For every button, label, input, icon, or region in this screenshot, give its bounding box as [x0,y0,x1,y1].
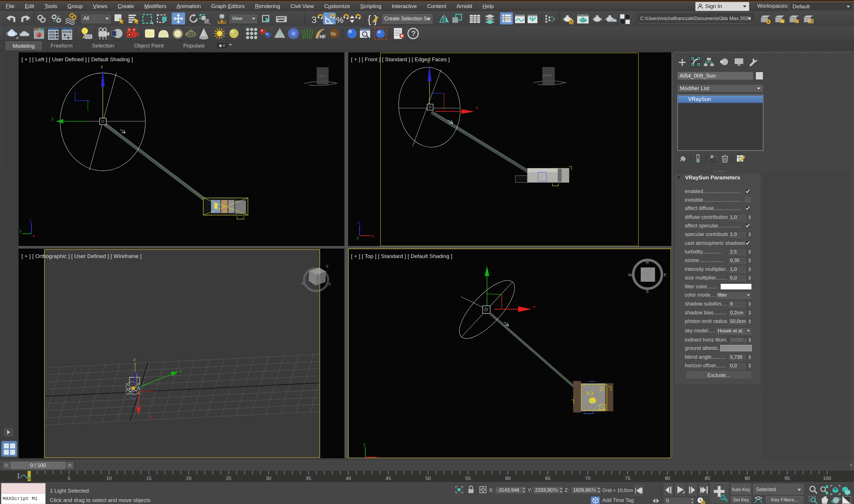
svg-text:60: 60 [505,476,511,481]
svg-text:20: 20 [186,476,192,481]
svg-text:W: W [628,272,632,277]
svg-text:[ + ] [ Top ] [ Standard ] [ D: [ + ] [ Top ] [ Standard ] [ Default Sha… [351,253,452,259]
svg-text:z: z [134,357,136,362]
svg-text:95: 95 [784,476,790,481]
svg-text:HF: HF [319,34,326,39]
svg-text:15: 15 [146,476,152,481]
svg-text:N: N [646,260,649,265]
svg-text:S: S [301,282,304,286]
svg-text:0x: 0x [331,32,336,36]
svg-text:10: 10 [106,476,112,481]
svg-text:z: z [358,220,360,224]
svg-text:z: z [362,457,364,460]
svg-text:[ + ] [ Left ] [ User Defined: [ + ] [ Left ] [ User Defined ] [ Defaul… [21,56,133,62]
svg-text:y: y [52,116,54,121]
svg-text:25: 25 [226,476,231,481]
svg-text:x: x [533,304,535,309]
svg-text:?: ? [411,29,416,38]
svg-text:75: 75 [625,476,630,481]
svg-text:90: 90 [745,476,750,481]
svg-text:100: 100 [823,476,831,481]
svg-text:y: y [180,368,182,373]
svg-text:40: 40 [346,476,351,481]
svg-text:z: z [428,59,430,64]
svg-text:z: z [101,64,103,69]
svg-text:y: y [19,229,21,233]
svg-text:65: 65 [545,476,551,481]
svg-text:E: E [664,272,666,277]
svg-text:x: x [33,234,35,238]
svg-text:5: 5 [68,476,70,481]
svg-text:[ + ] [ Orthographic ] [ User: [ + ] [ Orthographic ] [ User Defined ] … [21,253,142,259]
svg-text:LEFT: LEFT [318,74,326,78]
svg-text:y: y [363,442,365,447]
svg-text:80: 80 [665,476,670,481]
svg-text:x: x [476,105,478,110]
svg-text:TOP: TOP [644,273,651,277]
svg-text:55: 55 [465,476,471,481]
svg-text:35: 35 [306,476,311,481]
svg-text:FRONT: FRONT [543,74,553,77]
svg-text:x: x [150,414,152,419]
svg-text:50: 50 [425,476,431,481]
svg-text:[ + ] [ Front ] [ Standard ] [: [ + ] [ Front ] [ Standard ] [ Edged Fac… [351,56,450,62]
svg-text:3: 3 [312,15,317,25]
svg-text:x: x [372,234,374,238]
svg-text:x: x [377,455,379,460]
svg-text:45: 45 [386,476,391,481]
svg-text:30: 30 [266,476,272,481]
svg-text:70: 70 [585,476,590,481]
svg-text:y: y [357,235,359,240]
svg-text:85: 85 [705,476,710,481]
svg-text:%: % [336,15,344,24]
svg-text:S: S [646,289,649,294]
svg-text:z: z [30,218,32,223]
